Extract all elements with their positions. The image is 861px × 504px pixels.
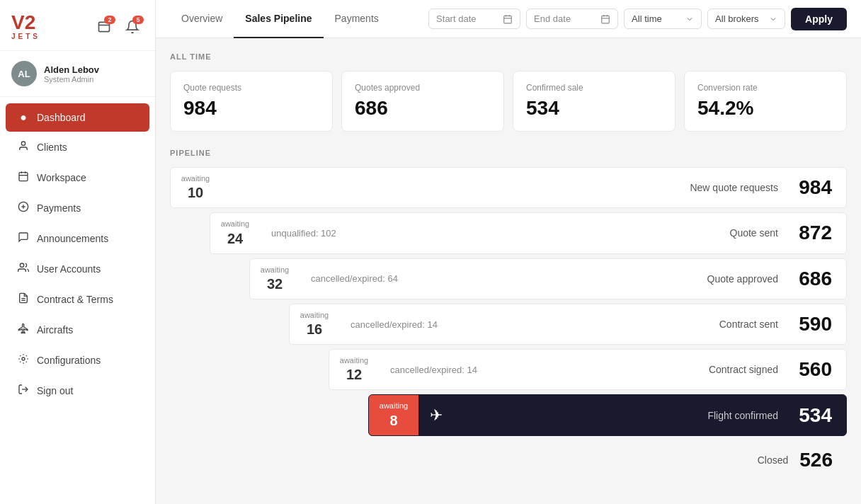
broker-filter-label: All brokers xyxy=(715,13,758,24)
sidebar-item-label: User Accounts xyxy=(37,263,101,275)
start-date-label: Start date xyxy=(436,13,476,24)
sidebar-item-aircrafts[interactable]: Aircrafts xyxy=(6,315,149,345)
time-filter[interactable]: All time xyxy=(624,8,702,29)
broker-filter[interactable]: All brokers xyxy=(707,8,785,29)
main-content: Overview Sales Pipeline Payments Start d… xyxy=(156,0,861,504)
pipeline-label-4: Contract signed xyxy=(709,364,778,375)
sidebar-item-label: Clients xyxy=(37,142,67,153)
pipeline-count-5: 534 xyxy=(789,404,832,427)
closed-label: Closed xyxy=(758,454,789,466)
stat-label-2: Confirmed sale xyxy=(526,83,662,93)
stat-card-quote-requests: Quote requests 984 xyxy=(170,71,333,132)
pipeline-right-1: Quote sent 872 xyxy=(730,222,847,244)
sidebar-item-dashboard[interactable]: ● Dashboard xyxy=(6,103,149,132)
svg-point-2 xyxy=(21,142,25,145)
svg-rect-15 xyxy=(504,16,512,23)
pipeline-middle-3: cancelled/expired: 14 xyxy=(339,319,719,330)
sidebar-item-sign-out[interactable]: Sign out xyxy=(6,376,149,406)
sidebar-item-label: Aircrafts xyxy=(37,324,73,336)
svg-point-13 xyxy=(22,357,25,360)
pipeline-section: PIPELINE awaiting 10 New quote requests … xyxy=(170,149,847,480)
pipeline-row-3: awaiting 16 cancelled/expired: 14 Contra… xyxy=(289,304,847,345)
awaiting-label-3: awaiting xyxy=(300,310,329,320)
awaiting-label-2: awaiting xyxy=(261,265,289,275)
sign-out-icon xyxy=(17,384,30,398)
dashboard-icon: ● xyxy=(17,111,30,124)
pipeline-row-4: awaiting 12 cancelled/expired: 14 Contra… xyxy=(329,349,847,390)
content-area: ALL TIME Quote requests 984 Quotes appro… xyxy=(156,38,861,504)
stat-card-quotes-approved: Quotes approved 686 xyxy=(341,71,504,132)
pipeline-right-5: Flight confirmed 534 xyxy=(707,404,846,427)
contract-icon xyxy=(17,292,30,307)
sidebar-item-label: Sign out xyxy=(37,385,73,396)
end-date-input[interactable]: End date xyxy=(526,8,618,29)
configurations-icon xyxy=(17,353,30,367)
sidebar-item-label: Workspace xyxy=(37,172,86,183)
sidebar-item-user-accounts[interactable]: User Accounts xyxy=(6,254,149,284)
pipeline-row-0: awaiting 10 New quote requests 984 xyxy=(170,167,847,208)
closed-count: 526 xyxy=(799,449,833,471)
user-info: Alden Lebov System Admin xyxy=(44,64,99,84)
alerts-badge: 5 xyxy=(132,16,144,24)
plane-icon: ✈ xyxy=(430,406,443,424)
avatar: AL xyxy=(11,61,37,86)
sidebar-item-contract-terms[interactable]: Contract & Terms xyxy=(6,285,149,314)
stat-value-0: 984 xyxy=(183,97,319,120)
announcements-icon xyxy=(17,231,30,246)
user-role: System Admin xyxy=(44,75,99,84)
closed-row: Closed 526 xyxy=(170,440,847,480)
sidebar-item-payments[interactable]: Payments xyxy=(6,193,149,223)
pipeline-label-0: New quote requests xyxy=(690,182,778,193)
awaiting-num-0: 10 xyxy=(188,183,203,202)
topbar: Overview Sales Pipeline Payments Start d… xyxy=(156,0,861,38)
awaiting-num-5: 8 xyxy=(389,411,397,430)
sidebar-item-announcements[interactable]: Announcements xyxy=(6,224,149,253)
awaiting-badge-3: awaiting 16 xyxy=(290,304,339,344)
sidebar-item-workspace[interactable]: Workspace xyxy=(6,163,149,193)
start-date-input[interactable]: Start date xyxy=(428,8,520,29)
pipeline-middle-1: unqualified: 102 xyxy=(260,228,730,239)
pipeline-right-2: Quote approved 686 xyxy=(707,268,846,290)
awaiting-badge-1: awaiting 24 xyxy=(210,213,260,253)
stat-value-2: 534 xyxy=(526,97,662,120)
alerts-icon[interactable]: 5 xyxy=(121,16,144,38)
awaiting-label-1: awaiting xyxy=(221,219,249,229)
stat-value-1: 686 xyxy=(355,97,491,120)
pipeline-label-3: Contract sent xyxy=(719,319,778,330)
awaiting-label-4: awaiting xyxy=(340,355,368,365)
pipeline-label-1: Quote sent xyxy=(730,227,779,239)
stat-label-3: Conversion rate xyxy=(697,83,833,93)
pipeline-row-2: awaiting 32 cancelled/expired: 64 Quote … xyxy=(249,258,847,299)
awaiting-badge-5: awaiting 8 xyxy=(369,395,418,435)
tab-sales-pipeline[interactable]: Sales Pipeline xyxy=(234,0,323,38)
notifications-badge: 2 xyxy=(104,16,115,24)
user-accounts-icon xyxy=(17,262,30,276)
pipeline-count-1: 872 xyxy=(789,222,832,244)
awaiting-num-1: 24 xyxy=(227,229,243,248)
sidebar-item-label: Dashboard xyxy=(37,112,86,123)
sidebar-item-label: Payments xyxy=(37,202,81,214)
payments-icon xyxy=(17,201,30,215)
pipeline-right-3: Contract sent 590 xyxy=(719,313,846,336)
apply-button[interactable]: Apply xyxy=(791,8,847,30)
logo-v2: V2 xyxy=(11,13,40,33)
notifications-icon[interactable]: 2 xyxy=(93,16,115,38)
end-date-label: End date xyxy=(534,13,571,24)
sidebar-item-label: Announcements xyxy=(37,233,108,244)
sidebar-item-clients[interactable]: Clients xyxy=(6,132,149,162)
tab-overview[interactable]: Overview xyxy=(170,0,234,38)
sidebar-item-configurations[interactable]: Configurations xyxy=(6,345,149,375)
svg-point-10 xyxy=(20,263,23,267)
stat-label-1: Quotes approved xyxy=(355,83,491,93)
awaiting-badge-0: awaiting 10 xyxy=(171,168,220,207)
awaiting-label-0: awaiting xyxy=(181,173,210,183)
stat-value-3: 54.2% xyxy=(697,97,833,120)
tab-payments[interactable]: Payments xyxy=(324,0,390,38)
pipeline-middle-4: cancelled/expired: 14 xyxy=(379,365,709,375)
stat-label-0: Quote requests xyxy=(183,83,319,93)
pipeline-count-4: 560 xyxy=(789,358,832,381)
pipeline-row-1: awaiting 24 unqualified: 102 Quote sent … xyxy=(210,212,847,253)
user-name: Alden Lebov xyxy=(44,64,99,75)
stat-card-confirmed-sale: Confirmed sale 534 xyxy=(513,71,675,132)
aircrafts-icon xyxy=(17,323,30,337)
